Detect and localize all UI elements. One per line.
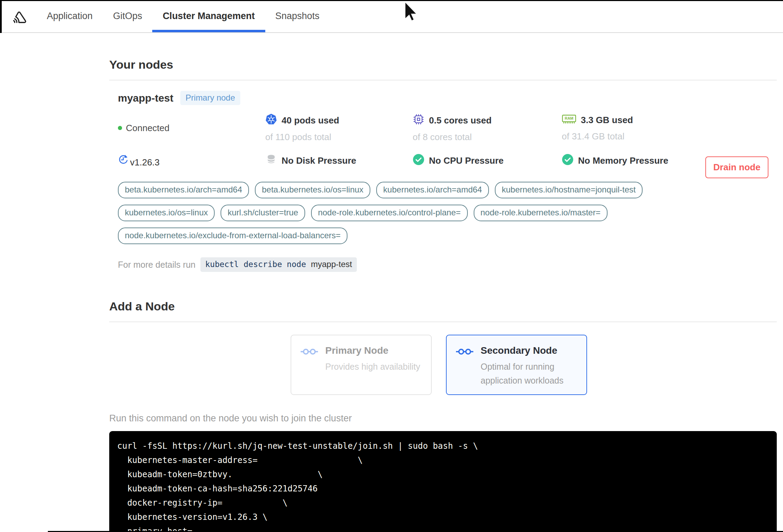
primary-node-option[interactable]: Primary Node Provides high availability xyxy=(291,335,432,395)
option-text: Primary Node Provides high availability xyxy=(325,345,420,385)
tab-cluster-management[interactable]: Cluster Management xyxy=(163,0,255,32)
node-type-options: Primary Node Provides high availability … xyxy=(291,335,777,395)
node-labels: beta.kubernetes.io/arch=amd64 beta.kuber… xyxy=(118,182,694,244)
pods-total-label: of 110 pods total xyxy=(265,132,413,143)
node-status-label: Connected xyxy=(126,123,170,134)
memory-stat: RAM 3.3 GB used of 31.4 GB total xyxy=(562,113,777,143)
top-nav: Application GitOps Cluster Management Sn… xyxy=(0,0,783,33)
option-description: Provides high availability xyxy=(325,360,420,374)
node-status: Connected xyxy=(118,113,265,143)
memory-total-label: of 31.4 GB total xyxy=(562,131,777,142)
node-details-hint: For more details run kubectl describe no… xyxy=(118,257,777,272)
kubectl-command: kubectl describe node xyxy=(205,260,306,269)
cpu-chip-icon xyxy=(413,113,424,128)
node-version-label: v1.26.3 xyxy=(130,157,160,168)
disk-icon xyxy=(265,154,277,168)
kubectl-command-chip: kubectl describe node myapp-test xyxy=(200,257,357,272)
memory-pressure-label: No Memory Pressure xyxy=(578,155,668,166)
pods-used-label: 40 pods used xyxy=(282,115,339,126)
node-label-tag: node-role.kubernetes.io/master= xyxy=(474,205,608,221)
secondary-node-option[interactable]: Secondary Node Optimal for running appli… xyxy=(446,335,587,395)
disk-pressure-condition: No Disk Pressure xyxy=(265,154,413,168)
option-description: Optimal for running application workload… xyxy=(481,360,577,387)
main-content: Your nodes myapp-test Primary node Conne… xyxy=(0,33,783,532)
nav-tabs: Application GitOps Cluster Management Sn… xyxy=(47,0,319,32)
option-text: Secondary Node Optimal for running appli… xyxy=(481,345,577,385)
disk-pressure-label: No Disk Pressure xyxy=(282,155,356,166)
node-stats-grid: Connected xyxy=(118,113,777,168)
kubectl-command-node: myapp-test xyxy=(311,259,352,269)
option-title: Secondary Node xyxy=(481,345,577,356)
node-label-tag: kubernetes.io/hostname=jonquil-test xyxy=(495,182,643,198)
your-nodes-title: Your nodes xyxy=(109,58,777,71)
node-label-tag: kubernetes.io/arch=amd64 xyxy=(376,182,489,198)
pods-stat: 40 pods used of 110 pods total xyxy=(265,113,413,143)
node-label-tag: kurl.sh/cluster=true xyxy=(221,205,305,221)
your-nodes-section: Your nodes myapp-test Primary node Conne… xyxy=(109,58,777,272)
memory-used-label: 3.3 GB used xyxy=(581,115,633,126)
add-node-title: Add a Node xyxy=(109,300,777,313)
tab-gitops[interactable]: GitOps xyxy=(113,0,142,32)
add-node-section: Add a Node Primary Node Provides high av… xyxy=(109,300,777,532)
tab-application[interactable]: Application xyxy=(47,0,93,32)
cpu-pressure-label: No CPU Pressure xyxy=(429,155,504,166)
join-command-block: curl -fsSL https://kurl.sh/jq-new-test-u… xyxy=(109,431,777,532)
details-prefix: For more details run xyxy=(118,260,196,270)
primary-node-badge: Primary node xyxy=(180,91,240,105)
ram-icon: RAM xyxy=(562,113,576,127)
cpu-pressure-condition: No CPU Pressure xyxy=(413,154,562,168)
node-name: myapp-test xyxy=(118,92,173,104)
node-label-tag: kubernetes.io/os=linux xyxy=(118,205,215,221)
node-card: myapp-test Primary node Connected xyxy=(109,91,777,272)
option-title: Primary Node xyxy=(325,345,420,356)
connected-dot-icon xyxy=(118,126,122,130)
join-instruction: Run this command on the node you wish to… xyxy=(109,413,777,424)
cores-total-label: of 8 cores total xyxy=(413,132,562,143)
drain-node-button[interactable]: Drain node xyxy=(705,156,768,178)
node-link-icon xyxy=(456,347,474,385)
check-circle-icon xyxy=(562,154,574,168)
cores-stat: 0.5 cores used of 8 cores total xyxy=(413,113,562,143)
svg-text:RAM: RAM xyxy=(565,116,573,120)
node-label-tag: node-role.kubernetes.io/control-plane= xyxy=(311,205,468,221)
version-refresh-icon xyxy=(118,154,129,168)
tab-snapshots[interactable]: Snapshots xyxy=(275,0,320,32)
node-header: myapp-test Primary node xyxy=(118,91,777,105)
kubernetes-icon xyxy=(265,113,277,128)
section-divider xyxy=(109,321,777,322)
screenshot-left-edge xyxy=(0,0,2,33)
screenshot-top-edge xyxy=(0,0,783,1)
check-circle-icon xyxy=(413,154,424,168)
node-label-tag: node.kubernetes.io/exclude-from-external… xyxy=(118,228,347,244)
app-logo-icon[interactable] xyxy=(10,8,28,25)
section-divider xyxy=(109,80,777,80)
node-label-tag: beta.kubernetes.io/arch=amd64 xyxy=(118,182,249,198)
node-label-tag: beta.kubernetes.io/os=linux xyxy=(255,182,370,198)
node-version: v1.26.3 xyxy=(118,154,265,168)
node-link-icon xyxy=(300,347,318,385)
cores-used-label: 0.5 cores used xyxy=(429,115,492,126)
